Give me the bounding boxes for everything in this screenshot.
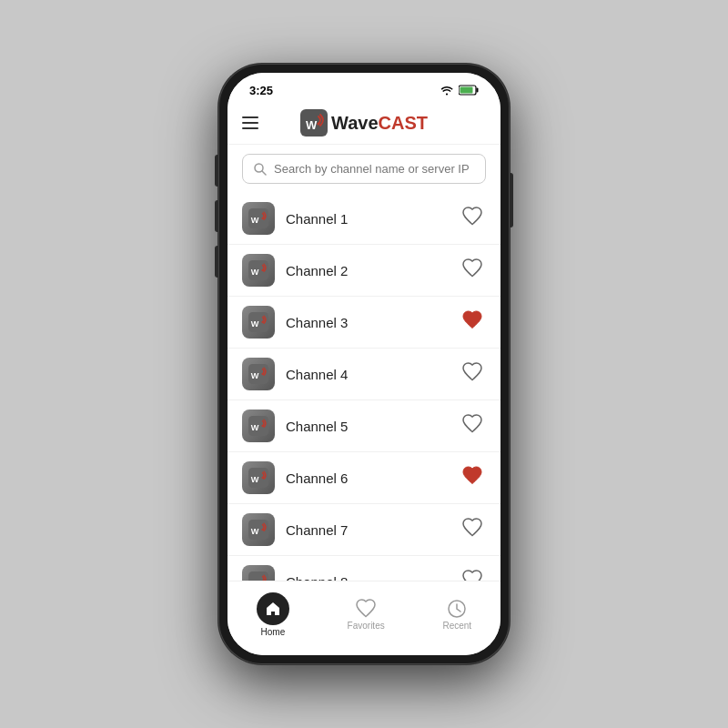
search-icon: [254, 163, 267, 176]
app-header: W WaveCAST: [228, 102, 500, 145]
favorite-button[interactable]: [459, 359, 486, 389]
status-time: 3:25: [249, 84, 273, 97]
heart-filled-icon: [462, 466, 482, 486]
status-icons: [440, 85, 479, 96]
logo-text: WaveCAST: [331, 113, 428, 134]
logo-icon: W: [300, 109, 328, 136]
svg-text:W: W: [251, 423, 259, 432]
favorites-icon: [356, 599, 376, 619]
channel-item[interactable]: W Channel 5: [228, 400, 500, 452]
channel-name: Channel 3: [286, 315, 448, 330]
svg-text:W: W: [251, 268, 259, 277]
status-bar: 3:25: [228, 73, 500, 102]
favorite-button[interactable]: [459, 255, 486, 286]
favorite-button[interactable]: [459, 462, 486, 493]
channel-icon: W: [242, 358, 275, 390]
svg-point-16: [261, 321, 263, 323]
channel-item[interactable]: W Channel 1: [228, 193, 500, 245]
recent-label: Recent: [442, 621, 471, 631]
favorites-label: Favorites: [348, 621, 385, 631]
bottom-nav: Home Favorites Recent: [228, 581, 500, 655]
channel-item[interactable]: W Channel 4: [228, 349, 500, 400]
wifi-icon: [440, 85, 454, 96]
search-input[interactable]: [274, 162, 474, 176]
phone-screen: 3:25: [228, 73, 500, 655]
channel-list: W Channel 1 W Channel 2 W: [228, 193, 500, 581]
heart-empty-icon: [462, 362, 482, 382]
favorite-button[interactable]: [459, 410, 486, 441]
channel-icon: W: [242, 461, 275, 494]
heart-empty-icon: [462, 518, 482, 538]
channel-icon: W: [242, 565, 275, 581]
channel-item[interactable]: W Channel 6: [228, 452, 500, 504]
svg-text:W: W: [251, 371, 259, 380]
favorite-button[interactable]: [459, 203, 486, 234]
svg-text:W: W: [251, 527, 259, 536]
svg-rect-2: [460, 87, 473, 94]
svg-point-25: [261, 477, 263, 479]
heart-empty-icon: [462, 414, 482, 434]
channel-name: Channel 7: [286, 522, 448, 538]
svg-point-19: [261, 373, 263, 375]
heart-empty-icon: [462, 258, 482, 278]
channel-item[interactable]: W Channel 7: [228, 504, 500, 556]
channel-icon: W: [242, 254, 275, 287]
heart-empty-icon: [462, 570, 482, 581]
channel-item[interactable]: W Channel 2: [228, 245, 500, 297]
svg-point-28: [261, 529, 263, 531]
nav-item-recent[interactable]: Recent: [428, 595, 486, 634]
svg-text:W: W: [251, 216, 259, 225]
heart-filled-icon: [462, 310, 482, 330]
channel-name: Channel 8: [286, 574, 448, 581]
svg-point-22: [261, 425, 263, 427]
svg-line-7: [262, 171, 266, 175]
channel-name: Channel 4: [286, 367, 448, 382]
favorite-button[interactable]: [459, 514, 486, 545]
home-label: Home: [261, 627, 286, 637]
channel-name: Channel 1: [286, 211, 448, 227]
svg-point-5: [318, 123, 320, 126]
phone-frame: 3:25: [218, 64, 510, 664]
channel-icon: W: [242, 202, 275, 235]
svg-text:W: W: [251, 319, 259, 329]
svg-text:W: W: [306, 118, 318, 132]
favorite-button[interactable]: [459, 566, 486, 581]
nav-item-home[interactable]: Home: [242, 589, 304, 641]
recent-icon: [447, 599, 467, 619]
nav-item-favorites[interactable]: Favorites: [333, 595, 399, 634]
channel-item[interactable]: W Channel 8: [228, 556, 500, 581]
favorite-button[interactable]: [459, 307, 486, 338]
hamburger-button[interactable]: [242, 116, 258, 129]
channel-icon: W: [242, 410, 275, 442]
channel-item[interactable]: W Channel 3: [228, 297, 500, 349]
channel-icon: W: [242, 306, 275, 339]
svg-text:W: W: [251, 475, 259, 484]
channel-icon: W: [242, 513, 275, 546]
svg-rect-1: [477, 88, 479, 93]
channel-name: Channel 5: [286, 419, 448, 434]
channel-name: Channel 6: [286, 470, 448, 486]
channel-name: Channel 2: [286, 263, 448, 278]
logo-container: W WaveCAST: [300, 109, 428, 136]
home-icon: [265, 601, 281, 617]
svg-point-13: [261, 269, 263, 271]
svg-point-10: [261, 217, 263, 219]
heart-empty-icon: [462, 207, 482, 227]
search-container: [228, 145, 500, 193]
search-box: [242, 154, 486, 184]
battery-icon: [459, 85, 479, 96]
logo-cast: CAST: [379, 113, 428, 133]
logo-wave: Wave: [331, 113, 379, 133]
